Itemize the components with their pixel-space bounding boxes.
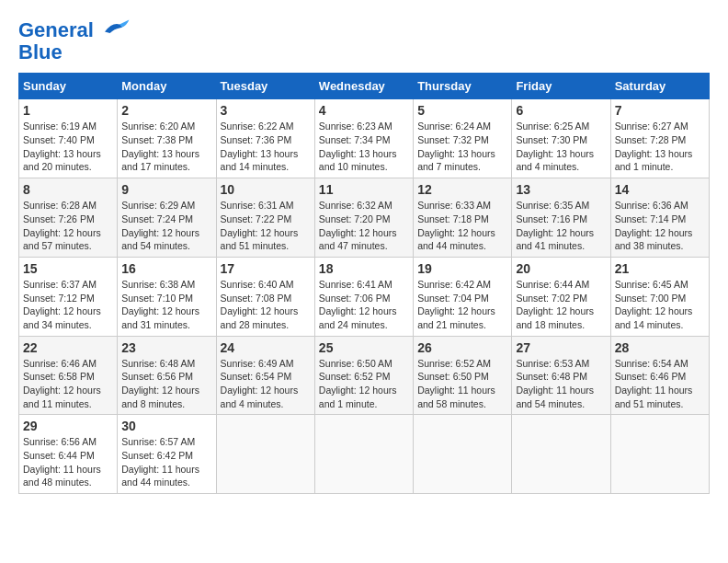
day-number: 4 [319, 103, 409, 118]
calendar-header-row: Sunday Monday Tuesday Wednesday Thursday… [19, 74, 710, 99]
table-row: 5 Sunrise: 6:24 AM Sunset: 7:32 PM Dayli… [414, 99, 512, 178]
day-number: 25 [319, 340, 409, 355]
table-row: 24 Sunrise: 6:49 AM Sunset: 6:54 PM Dayl… [216, 336, 314, 415]
table-row [512, 415, 610, 494]
day-number: 16 [121, 261, 211, 276]
day-info: Sunrise: 6:49 AM Sunset: 6:54 PM Dayligh… [221, 357, 311, 411]
day-info: Sunrise: 6:53 AM Sunset: 6:48 PM Dayligh… [516, 357, 606, 411]
table-row: 30 Sunrise: 6:57 AM Sunset: 6:42 PM Dayl… [118, 415, 216, 494]
table-row: 13 Sunrise: 6:35 AM Sunset: 7:16 PM Dayl… [512, 178, 610, 258]
day-number: 15 [23, 261, 113, 276]
day-number: 2 [121, 103, 211, 118]
day-number: 27 [516, 340, 606, 355]
table-row: 27 Sunrise: 6:53 AM Sunset: 6:48 PM Dayl… [512, 336, 610, 415]
day-info: Sunrise: 6:45 AM Sunset: 7:00 PM Dayligh… [615, 278, 705, 332]
day-info: Sunrise: 6:57 AM Sunset: 6:42 PM Dayligh… [121, 435, 211, 489]
day-info: Sunrise: 6:24 AM Sunset: 7:32 PM Dayligh… [417, 120, 507, 174]
day-number: 14 [615, 182, 705, 197]
table-row: 8 Sunrise: 6:28 AM Sunset: 7:26 PM Dayli… [19, 178, 118, 258]
day-info: Sunrise: 6:22 AM Sunset: 7:36 PM Dayligh… [221, 120, 311, 174]
day-number: 29 [23, 419, 113, 433]
calendar-week-row: 29 Sunrise: 6:56 AM Sunset: 6:44 PM Dayl… [19, 415, 710, 494]
day-number: 6 [516, 103, 606, 118]
table-row: 7 Sunrise: 6:27 AM Sunset: 7:28 PM Dayli… [610, 99, 709, 178]
table-row: 4 Sunrise: 6:23 AM Sunset: 7:34 PM Dayli… [314, 99, 413, 178]
table-row: 15 Sunrise: 6:37 AM Sunset: 7:12 PM Dayl… [19, 257, 118, 336]
table-row: 14 Sunrise: 6:36 AM Sunset: 7:14 PM Dayl… [610, 178, 709, 258]
day-number: 13 [516, 182, 606, 197]
day-number: 5 [417, 103, 507, 118]
table-row: 12 Sunrise: 6:33 AM Sunset: 7:18 PM Dayl… [414, 178, 512, 258]
logo-blue: Blue [18, 41, 63, 63]
table-row: 20 Sunrise: 6:44 AM Sunset: 7:02 PM Dayl… [512, 257, 610, 336]
day-number: 30 [121, 419, 211, 433]
day-info: Sunrise: 6:29 AM Sunset: 7:24 PM Dayligh… [121, 199, 211, 253]
col-thursday: Thursday [414, 74, 512, 99]
table-row: 10 Sunrise: 6:31 AM Sunset: 7:22 PM Dayl… [216, 178, 314, 258]
day-number: 11 [319, 182, 409, 197]
table-row: 26 Sunrise: 6:52 AM Sunset: 6:50 PM Dayl… [414, 336, 512, 415]
day-info: Sunrise: 6:56 AM Sunset: 6:44 PM Dayligh… [23, 435, 113, 489]
col-monday: Monday [118, 74, 216, 99]
table-row [610, 415, 709, 494]
logo: General Blue [18, 18, 131, 63]
day-number: 7 [615, 103, 705, 118]
table-row: 3 Sunrise: 6:22 AM Sunset: 7:36 PM Dayli… [216, 99, 314, 178]
day-number: 12 [417, 182, 507, 197]
day-number: 28 [615, 340, 705, 355]
table-row: 6 Sunrise: 6:25 AM Sunset: 7:30 PM Dayli… [512, 99, 610, 178]
day-number: 10 [221, 182, 311, 197]
table-row: 9 Sunrise: 6:29 AM Sunset: 7:24 PM Dayli… [118, 178, 216, 258]
table-row: 29 Sunrise: 6:56 AM Sunset: 6:44 PM Dayl… [19, 415, 118, 494]
day-info: Sunrise: 6:32 AM Sunset: 7:20 PM Dayligh… [319, 199, 409, 253]
table-row: 17 Sunrise: 6:40 AM Sunset: 7:08 PM Dayl… [216, 257, 314, 336]
day-info: Sunrise: 6:19 AM Sunset: 7:40 PM Dayligh… [23, 120, 113, 174]
day-info: Sunrise: 6:23 AM Sunset: 7:34 PM Dayligh… [319, 120, 409, 174]
day-info: Sunrise: 6:37 AM Sunset: 7:12 PM Dayligh… [23, 278, 113, 332]
day-number: 1 [23, 103, 113, 118]
day-info: Sunrise: 6:48 AM Sunset: 6:56 PM Dayligh… [121, 357, 211, 411]
calendar-week-row: 22 Sunrise: 6:46 AM Sunset: 6:58 PM Dayl… [19, 336, 710, 415]
day-info: Sunrise: 6:52 AM Sunset: 6:50 PM Dayligh… [417, 357, 507, 411]
col-friday: Friday [512, 74, 610, 99]
day-info: Sunrise: 6:33 AM Sunset: 7:18 PM Dayligh… [417, 199, 507, 253]
table-row [414, 415, 512, 494]
table-row: 1 Sunrise: 6:19 AM Sunset: 7:40 PM Dayli… [19, 99, 118, 178]
day-info: Sunrise: 6:25 AM Sunset: 7:30 PM Dayligh… [516, 120, 606, 174]
table-row: 22 Sunrise: 6:46 AM Sunset: 6:58 PM Dayl… [19, 336, 118, 415]
day-info: Sunrise: 6:44 AM Sunset: 7:02 PM Dayligh… [516, 278, 606, 332]
day-info: Sunrise: 6:54 AM Sunset: 6:46 PM Dayligh… [615, 357, 705, 411]
day-info: Sunrise: 6:46 AM Sunset: 6:58 PM Dayligh… [23, 357, 113, 411]
table-row: 18 Sunrise: 6:41 AM Sunset: 7:06 PM Dayl… [314, 257, 413, 336]
col-tuesday: Tuesday [216, 74, 314, 99]
day-info: Sunrise: 6:38 AM Sunset: 7:10 PM Dayligh… [121, 278, 211, 332]
table-row: 19 Sunrise: 6:42 AM Sunset: 7:04 PM Dayl… [414, 257, 512, 336]
day-number: 21 [615, 261, 705, 276]
day-info: Sunrise: 6:31 AM Sunset: 7:22 PM Dayligh… [221, 199, 311, 253]
day-info: Sunrise: 6:40 AM Sunset: 7:08 PM Dayligh… [221, 278, 311, 332]
table-row: 2 Sunrise: 6:20 AM Sunset: 7:38 PM Dayli… [118, 99, 216, 178]
col-sunday: Sunday [19, 74, 118, 99]
day-info: Sunrise: 6:42 AM Sunset: 7:04 PM Dayligh… [417, 278, 507, 332]
day-number: 18 [319, 261, 409, 276]
page-header: General Blue [18, 18, 710, 63]
day-number: 8 [23, 182, 113, 197]
day-number: 20 [516, 261, 606, 276]
table-row: 11 Sunrise: 6:32 AM Sunset: 7:20 PM Dayl… [314, 178, 413, 258]
table-row: 21 Sunrise: 6:45 AM Sunset: 7:00 PM Dayl… [610, 257, 709, 336]
logo-general: General [18, 18, 94, 41]
table-row [216, 415, 314, 494]
day-number: 24 [221, 340, 311, 355]
day-info: Sunrise: 6:41 AM Sunset: 7:06 PM Dayligh… [319, 278, 409, 332]
table-row: 28 Sunrise: 6:54 AM Sunset: 6:46 PM Dayl… [610, 336, 709, 415]
calendar-week-row: 15 Sunrise: 6:37 AM Sunset: 7:12 PM Dayl… [19, 257, 710, 336]
table-row: 25 Sunrise: 6:50 AM Sunset: 6:52 PM Dayl… [314, 336, 413, 415]
col-wednesday: Wednesday [314, 74, 413, 99]
calendar-week-row: 8 Sunrise: 6:28 AM Sunset: 7:26 PM Dayli… [19, 178, 710, 258]
day-info: Sunrise: 6:36 AM Sunset: 7:14 PM Dayligh… [615, 199, 705, 253]
day-info: Sunrise: 6:27 AM Sunset: 7:28 PM Dayligh… [615, 120, 705, 174]
day-number: 3 [221, 103, 311, 118]
calendar-week-row: 1 Sunrise: 6:19 AM Sunset: 7:40 PM Dayli… [19, 99, 710, 178]
day-info: Sunrise: 6:50 AM Sunset: 6:52 PM Dayligh… [319, 357, 409, 411]
table-row: 16 Sunrise: 6:38 AM Sunset: 7:10 PM Dayl… [118, 257, 216, 336]
